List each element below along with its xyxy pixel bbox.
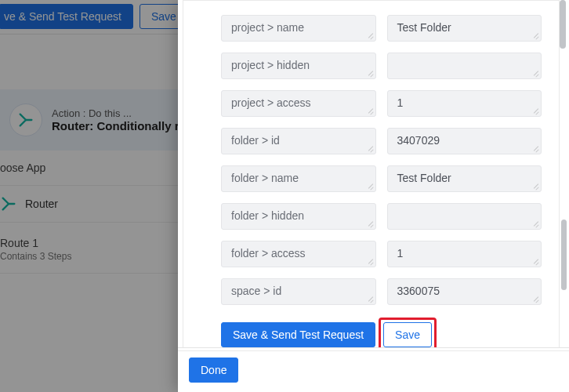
field-row: project > nameTest Folder [221,15,542,42]
resize-handle-icon[interactable] [531,144,539,152]
field-value[interactable]: 1 [387,241,542,267]
field-key[interactable]: space > id [221,278,376,305]
resize-handle-icon[interactable] [366,295,374,303]
save-send-test-button[interactable]: Save & Send Test Request [221,322,375,347]
field-value[interactable]: Test Folder [387,15,542,42]
branch-icon [17,111,34,129]
field-key[interactable]: project > name [221,15,376,42]
resize-handle-icon[interactable] [531,107,539,114]
field-row: project > hidden [221,53,542,79]
resize-handle-icon[interactable] [531,257,539,265]
resize-handle-icon[interactable] [366,182,374,190]
field-value[interactable]: Test Folder [387,165,542,192]
resize-handle-icon[interactable] [531,220,539,227]
field-value[interactable]: 3407029 [387,128,542,154]
field-row: folder > hidden [221,203,542,230]
resize-handle-icon[interactable] [531,31,539,39]
field-key[interactable]: folder > access [221,241,376,267]
branch-icon [0,195,17,212]
resize-handle-icon[interactable] [366,220,374,227]
resize-handle-icon[interactable] [531,295,539,303]
resize-handle-icon[interactable] [531,69,539,77]
field-row: folder > nameTest Folder [221,165,542,192]
modal-panel: project > nameTest Folderproject > hidde… [178,0,569,392]
router-icon-circle [9,103,42,136]
resize-handle-icon[interactable] [531,182,539,190]
save-button[interactable]: Save [383,322,432,347]
field-row: folder > id3407029 [221,128,542,154]
field-key[interactable]: project > access [221,90,376,117]
app-name: Router [25,198,58,210]
modal-actions: Save & Send Test Request Save [221,322,542,347]
page-scrollbar[interactable] [558,0,567,392]
resize-handle-icon[interactable] [366,69,374,77]
field-value[interactable]: 1 [387,90,542,117]
fields-container: project > nameTest Folderproject > hidde… [183,0,560,347]
resize-handle-icon[interactable] [366,107,374,114]
action-title: Router: Conditionally run [52,119,194,132]
page-scrollbar-thumb[interactable] [560,0,566,49]
modal-divider [178,350,569,361]
field-key[interactable]: folder > hidden [221,203,376,230]
field-row: folder > access1 [221,241,542,267]
field-row: space > id3360075 [221,278,542,305]
resize-handle-icon[interactable] [366,31,374,39]
field-value[interactable]: 3360075 [387,278,542,305]
action-text: Action : Do this ... Router: Conditional… [52,107,194,132]
field-row: project > access1 [221,90,542,117]
modal-scroll-area[interactable]: project > nameTest Folderproject > hidde… [178,0,569,347]
field-key[interactable]: folder > id [221,128,376,154]
action-pretitle: Action : Do this ... [52,107,194,119]
send-test-button-bg[interactable]: ve & Send Test Request [0,4,133,29]
field-value[interactable] [387,203,542,230]
field-value[interactable] [387,53,542,79]
resize-handle-icon[interactable] [366,144,374,152]
resize-handle-icon[interactable] [366,257,374,265]
field-key[interactable]: project > hidden [221,53,376,79]
field-key[interactable]: folder > name [221,165,376,192]
